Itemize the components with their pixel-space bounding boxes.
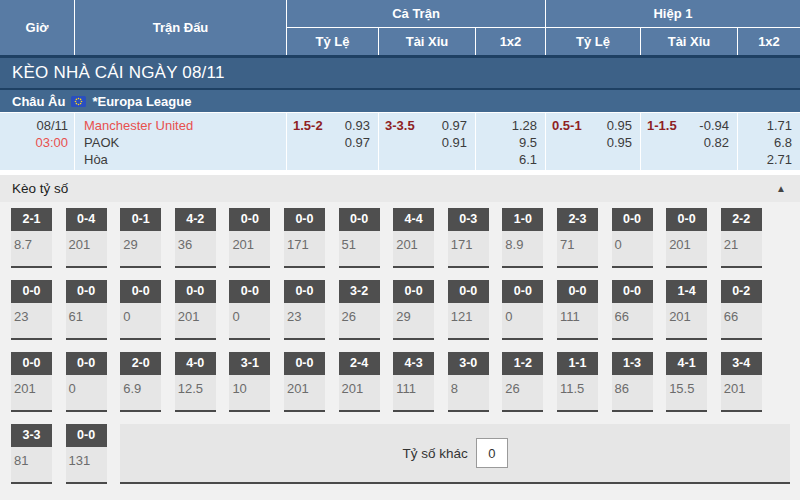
h1-odds-x[interactable]: 6.8	[774, 134, 792, 151]
score-option[interactable]: 3-4201	[721, 352, 762, 412]
score-option[interactable]: 0-0201	[11, 352, 52, 412]
h1-odds-2[interactable]: 2.71	[767, 151, 792, 168]
score-option[interactable]: 2-371	[557, 208, 598, 268]
score-badge[interactable]: 2-4	[339, 352, 380, 375]
score-badge[interactable]: 0-0	[175, 280, 216, 303]
score-badge[interactable]: 2-2	[721, 208, 762, 231]
score-badge[interactable]: 0-0	[339, 208, 380, 231]
score-option[interactable]: 0-00	[229, 280, 270, 340]
away-team[interactable]: PAOK	[84, 134, 286, 151]
score-option[interactable]: 0-00	[120, 280, 161, 340]
score-option[interactable]: 0-0171	[284, 208, 325, 268]
score-option[interactable]: 0-0121	[448, 280, 489, 340]
score-option[interactable]: 2-4201	[339, 352, 380, 412]
h1-handicap-odds-home[interactable]: 0.95	[607, 117, 632, 134]
score-badge[interactable]: 4-1	[666, 352, 707, 375]
score-option[interactable]: 0-0201	[175, 280, 216, 340]
score-badge[interactable]: 3-2	[339, 280, 380, 303]
score-badge[interactable]: 0-0	[284, 352, 325, 375]
score-option[interactable]: 0-061	[66, 280, 107, 340]
ft-ou-over-odds[interactable]: 0.97	[442, 117, 467, 134]
h1-ou-over-odds[interactable]: -0.94	[699, 117, 729, 134]
league-bar[interactable]: Châu Âu *Europa League	[0, 90, 800, 113]
score-badge[interactable]: 1-4	[666, 280, 707, 303]
score-option[interactable]: 0-00	[612, 208, 653, 268]
ft-handicap-odds-home[interactable]: 0.93	[345, 117, 370, 134]
score-badge[interactable]: 0-0	[284, 208, 325, 231]
other-score-input[interactable]	[476, 438, 508, 468]
home-team[interactable]: Manchester United	[84, 117, 286, 134]
score-badge[interactable]: 0-0	[448, 280, 489, 303]
score-badge[interactable]: 0-0	[120, 280, 161, 303]
score-badge[interactable]: 0-0	[557, 280, 598, 303]
score-option[interactable]: 0-0201	[666, 208, 707, 268]
score-option[interactable]: 4-012.5	[175, 352, 216, 412]
league-name[interactable]: *Europa League	[92, 94, 191, 109]
score-option[interactable]: 0-029	[393, 280, 434, 340]
h1-handicap-odds-away[interactable]: 0.95	[607, 134, 632, 151]
score-option[interactable]: 1-4201	[666, 280, 707, 340]
score-option[interactable]: 0-4201	[66, 208, 107, 268]
score-option[interactable]: 3-226	[339, 280, 380, 340]
score-badge[interactable]: 1-3	[612, 352, 653, 375]
score-badge[interactable]: 0-0	[612, 280, 653, 303]
score-option[interactable]: 4-115.5	[666, 352, 707, 412]
score-badge[interactable]: 0-0	[66, 424, 107, 447]
score-badge[interactable]: 0-0	[229, 280, 270, 303]
score-option[interactable]: 0-023	[11, 280, 52, 340]
score-option[interactable]: 0-00	[66, 352, 107, 412]
h1-ou-under-odds[interactable]: 0.82	[704, 134, 729, 151]
score-badge[interactable]: 3-1	[229, 352, 270, 375]
score-badge[interactable]: 0-0	[502, 280, 543, 303]
score-option[interactable]: 0-0201	[229, 208, 270, 268]
score-option[interactable]: 1-111.5	[557, 352, 598, 412]
ft-handicap-odds-away[interactable]: 0.97	[345, 134, 370, 151]
score-badge[interactable]: 4-2	[175, 208, 216, 231]
score-option[interactable]: 2-06.9	[120, 352, 161, 412]
score-option[interactable]: 1-386	[612, 352, 653, 412]
ft-odds-x[interactable]: 9.5	[519, 134, 537, 151]
score-badge[interactable]: 3-4	[721, 352, 762, 375]
score-option[interactable]: 4-4201	[393, 208, 434, 268]
score-badge[interactable]: 0-0	[66, 352, 107, 375]
score-option[interactable]: 1-08.9	[502, 208, 543, 268]
score-badge[interactable]: 0-4	[66, 208, 107, 231]
score-badge[interactable]: 1-2	[502, 352, 543, 375]
score-badge[interactable]: 0-0	[66, 280, 107, 303]
score-option[interactable]: 2-18.7	[11, 208, 52, 268]
score-badge[interactable]: 2-3	[557, 208, 598, 231]
ft-odds-2[interactable]: 6.1	[519, 151, 537, 168]
score-badge[interactable]: 0-0	[612, 208, 653, 231]
score-badge[interactable]: 0-3	[448, 208, 489, 231]
score-badge[interactable]: 0-0	[11, 352, 52, 375]
score-option[interactable]: 0-051	[339, 208, 380, 268]
ft-odds-1[interactable]: 1.28	[512, 117, 537, 134]
score-option[interactable]: 3-08	[448, 352, 489, 412]
score-option[interactable]: 0-00	[502, 280, 543, 340]
score-badge[interactable]: 0-0	[229, 208, 270, 231]
score-badge[interactable]: 3-3	[11, 424, 52, 447]
score-badge[interactable]: 0-0	[284, 280, 325, 303]
collapse-arrow-icon[interactable]: ▲	[776, 183, 786, 194]
score-option[interactable]: 4-236	[175, 208, 216, 268]
score-option[interactable]: 0-0201	[284, 352, 325, 412]
score-badge[interactable]: 0-1	[120, 208, 161, 231]
score-badge[interactable]: 0-0	[666, 208, 707, 231]
score-badge[interactable]: 2-1	[11, 208, 52, 231]
score-option[interactable]: 3-381	[11, 424, 52, 484]
score-badge[interactable]: 1-0	[502, 208, 543, 231]
score-option[interactable]: 0-129	[120, 208, 161, 268]
score-badge[interactable]: 0-0	[393, 280, 434, 303]
ft-ou-under-odds[interactable]: 0.91	[442, 134, 467, 151]
score-badge[interactable]: 3-0	[448, 352, 489, 375]
score-option[interactable]: 0-023	[284, 280, 325, 340]
score-badge[interactable]: 0-0	[11, 280, 52, 303]
score-option[interactable]: 0-0131	[66, 424, 107, 484]
score-badge[interactable]: 1-1	[557, 352, 598, 375]
score-option[interactable]: 2-221	[721, 208, 762, 268]
score-badge[interactable]: 2-0	[120, 352, 161, 375]
score-badge[interactable]: 4-0	[175, 352, 216, 375]
score-option[interactable]: 1-226	[502, 352, 543, 412]
score-option[interactable]: 0-3171	[448, 208, 489, 268]
score-badge[interactable]: 4-3	[393, 352, 434, 375]
